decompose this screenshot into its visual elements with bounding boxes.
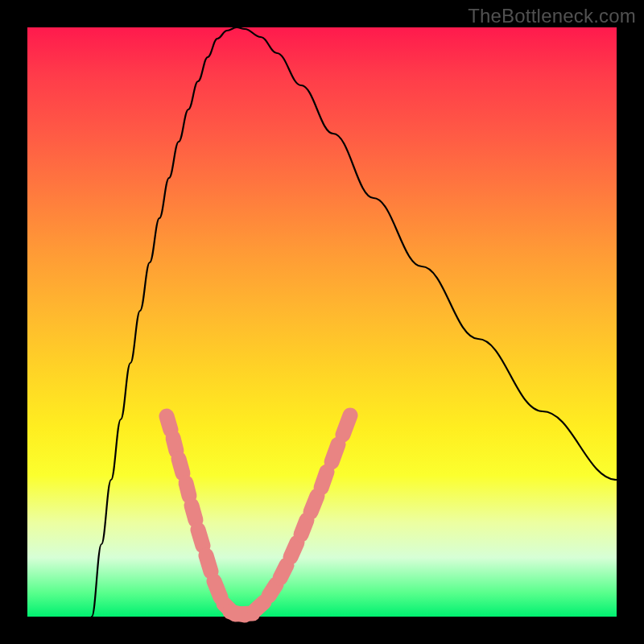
curve-bead xyxy=(311,496,317,512)
watermark-text: TheBottleneck.com xyxy=(468,5,636,27)
curve-bead xyxy=(343,415,350,435)
curve-bead xyxy=(301,520,307,535)
curve-bead xyxy=(321,472,327,488)
curve-bead xyxy=(198,530,203,546)
curve-bead xyxy=(173,438,176,451)
curve-bead xyxy=(167,416,171,430)
bottleneck-curve xyxy=(92,27,617,617)
curve-bead xyxy=(255,602,264,610)
beads-group xyxy=(167,415,350,615)
curve-bead xyxy=(192,506,196,520)
chart-stage: TheBottleneck.com xyxy=(0,0,644,644)
curve-bead xyxy=(332,444,338,462)
curve-bead xyxy=(291,543,297,557)
plot-area xyxy=(27,27,617,617)
curve-bead xyxy=(269,584,276,596)
curve-bead xyxy=(280,565,287,578)
curve-bead xyxy=(179,459,183,473)
curve-bead xyxy=(214,581,221,597)
curve-svg xyxy=(27,27,617,617)
curve-bead xyxy=(186,483,189,496)
curve-bead xyxy=(206,555,211,572)
